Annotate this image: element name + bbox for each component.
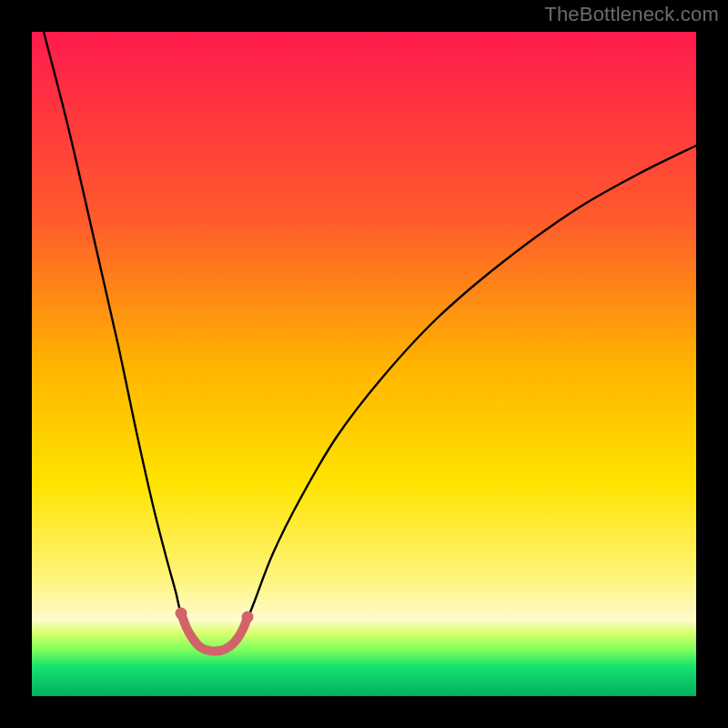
endpoint-dot [176,608,187,620]
bottleneck-chart [0,0,728,728]
plot-background [32,32,696,696]
chart-frame: TheBottleneck.com [0,0,728,728]
endpoint-dot [242,612,254,623]
